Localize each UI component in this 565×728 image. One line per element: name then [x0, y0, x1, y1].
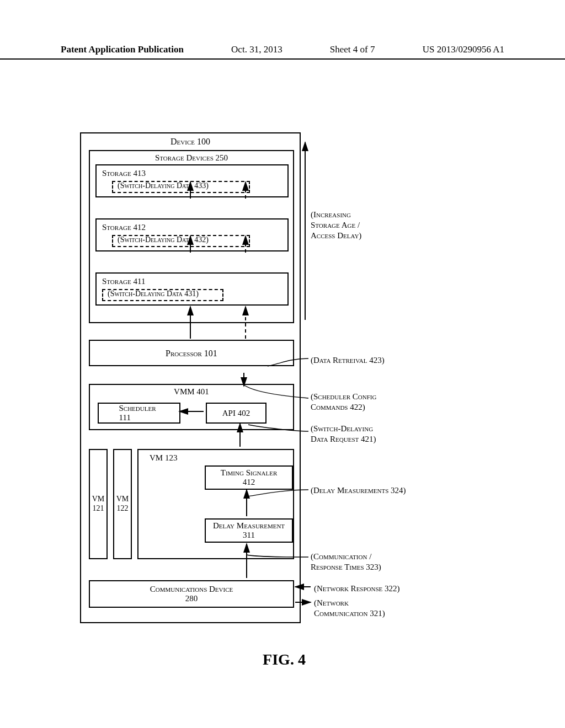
page-header: Patent Application Publication Oct. 31, …: [0, 44, 565, 60]
figure-caption: FIG. 4: [263, 651, 306, 668]
pub-date: Oct. 31, 2013: [231, 44, 282, 55]
figure-area: Device 100 Storage Devices 250 Storage 4…: [80, 116, 488, 673]
sheet-number: Sheet 4 of 7: [330, 44, 375, 55]
publication-label: Patent Application Publication: [61, 44, 184, 55]
arrows-overlay: [80, 116, 488, 645]
doc-number: US 2013/0290956 A1: [423, 44, 504, 55]
